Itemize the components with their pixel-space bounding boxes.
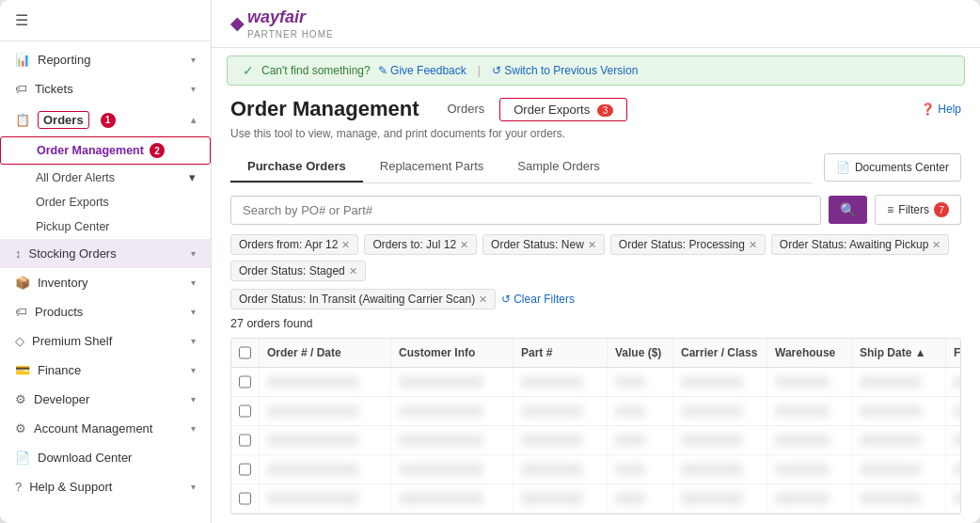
remove-filter-icon[interactable]: ✕ xyxy=(749,239,757,251)
remove-filter-icon[interactable]: ✕ xyxy=(349,265,357,277)
filter-chip-label: Order Status: New xyxy=(491,238,584,251)
remove-filter-icon[interactable]: ✕ xyxy=(341,239,350,251)
sidebar-item-premium-shelf[interactable]: ◇ Premium Shelf ▾ xyxy=(0,326,211,356)
td-checkbox xyxy=(231,484,260,513)
blurred-content xyxy=(615,405,645,417)
blurred-content xyxy=(267,464,359,475)
clear-filters-text: Clear Filters xyxy=(514,293,575,306)
remove-filter-icon[interactable]: ✕ xyxy=(932,239,940,251)
col-header-fulfillment-status[interactable]: Fulfillment Status xyxy=(946,339,961,367)
table-row xyxy=(231,484,960,514)
switch-version-link[interactable]: ↺ Switch to Previous Version xyxy=(492,64,638,77)
col-header-ship-date[interactable]: Ship Date ▲ xyxy=(852,339,946,367)
filter-chip-0: Orders from: Apr 12 ✕ xyxy=(230,234,358,255)
remove-filter-icon[interactable]: ✕ xyxy=(479,293,487,306)
sidebar-sub-item-label: Order Exports xyxy=(36,196,109,209)
blurred-content xyxy=(267,405,359,417)
tab-order-exports[interactable]: Order Exports 3 xyxy=(499,98,627,121)
blurred-content xyxy=(399,435,483,446)
sidebar-item-developer[interactable]: ⚙ Developer ▾ xyxy=(0,385,211,414)
chevron-down-icon: ▾ xyxy=(191,84,196,94)
search-toolbar: 🔍 ≡ Filters 7 xyxy=(230,195,961,225)
sidebar-sub-item-all-order-alerts[interactable]: All Order Alerts ▾ xyxy=(0,165,211,190)
td-fulfillment-status xyxy=(946,368,961,396)
col-header-warehouse[interactable]: Warehouse xyxy=(767,339,852,367)
row-checkbox[interactable] xyxy=(239,434,251,447)
col-header-carrier-class[interactable]: Carrier / Class xyxy=(673,339,767,367)
filter-row-2: Order Status: In Transit (Awaiting Carri… xyxy=(230,289,961,309)
row-checkbox[interactable] xyxy=(239,463,251,476)
cant-find-text: Can't find something? xyxy=(261,64,371,77)
row-checkbox[interactable] xyxy=(239,375,251,388)
remove-filter-icon[interactable]: ✕ xyxy=(460,239,468,251)
finance-icon: 💳 xyxy=(15,363,30,377)
sidebar-sub-item-order-exports[interactable]: Order Exports xyxy=(0,190,211,214)
td-customer-info xyxy=(391,368,514,396)
hamburger-icon[interactable]: ☰ xyxy=(15,11,28,29)
td-order-date xyxy=(260,397,391,425)
main-content: ◆ wayfair PARTNER HOME ✓ Can't find some… xyxy=(212,0,980,523)
diamond-icon: ◆ xyxy=(230,13,244,34)
tab-sample-orders[interactable]: Sample Orders xyxy=(500,151,616,182)
sidebar-item-reporting[interactable]: 📊 Reporting ▾ xyxy=(0,45,211,74)
tab-replacement-parts[interactable]: Replacement Parts xyxy=(363,151,501,182)
blurred-content xyxy=(521,405,583,417)
sidebar-item-account-management[interactable]: ⚙ Account Management ▾ xyxy=(0,414,211,443)
chevron-down-icon: ▾ xyxy=(191,307,196,317)
row-checkbox[interactable] xyxy=(239,404,251,418)
sidebar-item-help-support[interactable]: ? Help & Support ▾ xyxy=(0,472,211,501)
row-checkbox[interactable] xyxy=(239,492,251,505)
sidebar-sub-item-pickup-center[interactable]: Pickup Center xyxy=(0,214,211,239)
feedback-link[interactable]: ✎ Give Feedback xyxy=(378,64,466,77)
sidebar-item-stocking-orders[interactable]: ↕ Stocking Orders ▾ xyxy=(0,239,211,268)
blurred-content xyxy=(681,464,743,475)
blurred-content xyxy=(775,405,830,417)
help-link[interactable]: ❓ Help xyxy=(921,103,961,116)
sidebar-item-download-center[interactable]: 📄 Download Center xyxy=(0,443,211,472)
blurred-content xyxy=(775,376,830,388)
sidebar-item-inventory[interactable]: 📦 Inventory ▾ xyxy=(0,268,211,297)
table-body xyxy=(231,368,960,514)
td-carrier-class xyxy=(673,455,767,483)
td-warehouse xyxy=(767,484,852,513)
sidebar-nav: 📊 Reporting ▾ 🏷 Tickets ▾ 📋 Orders 1 xyxy=(0,41,211,505)
chevron-down-icon: ▾ xyxy=(191,482,196,492)
col-header-part-num[interactable]: Part # xyxy=(514,339,608,367)
tab-orders[interactable]: Orders xyxy=(435,98,498,121)
blurred-content xyxy=(399,464,483,475)
td-carrier-class xyxy=(673,426,767,454)
sidebar-item-orders[interactable]: 📋 Orders 1 ▴ xyxy=(0,103,211,136)
page-subtitle: Use this tool to view, manage, and print… xyxy=(230,127,961,140)
chevron-down-icon: ▾ xyxy=(191,248,196,259)
sidebar-sub-item-order-management[interactable]: Order Management 2 xyxy=(0,136,211,165)
products-icon: 🏷 xyxy=(15,305,27,319)
sidebar-item-products[interactable]: 🏷 Products ▾ xyxy=(0,297,211,326)
documents-center-button[interactable]: 📄 Documents Center xyxy=(824,153,961,182)
blurred-content xyxy=(399,405,483,417)
blurred-content xyxy=(681,493,743,504)
tab-purchase-orders[interactable]: Purchase Orders xyxy=(230,151,363,182)
sidebar-item-tickets[interactable]: 🏷 Tickets ▾ xyxy=(0,74,211,103)
td-ship-date xyxy=(852,455,946,483)
filter-chip-label: Order Status: Awaiting Pickup xyxy=(780,238,929,251)
blurred-content xyxy=(681,376,743,388)
filters-button[interactable]: ≡ Filters 7 xyxy=(875,195,961,225)
search-button[interactable]: 🔍 xyxy=(829,196,867,224)
sidebar: ☰ 📊 Reporting ▾ 🏷 Tickets ▾ xyxy=(0,0,212,523)
remove-filter-icon[interactable]: ✕ xyxy=(588,239,596,251)
filter-chip-label: Orders to: Jul 12 xyxy=(372,238,456,251)
search-input[interactable] xyxy=(230,196,821,225)
sidebar-item-finance[interactable]: 💳 Finance ▾ xyxy=(0,356,211,385)
page-tabs: Orders Order Exports 3 xyxy=(435,98,628,121)
clear-filters-link[interactable]: ↺ Clear Filters xyxy=(501,293,575,306)
page-title-row: Order Management Orders Order Exports 3 xyxy=(230,97,627,121)
document-icon: 📄 xyxy=(836,161,850,174)
col-label: Value ($) xyxy=(615,346,661,359)
blurred-content xyxy=(681,435,743,446)
col-header-customer-info[interactable]: Customer Info xyxy=(391,339,514,367)
col-header-value[interactable]: Value ($) xyxy=(608,339,673,367)
col-header-order-date[interactable]: Order # / Date xyxy=(260,339,391,367)
developer-icon: ⚙ xyxy=(15,392,26,406)
select-all-checkbox[interactable] xyxy=(239,346,251,359)
blurred-content xyxy=(615,464,645,475)
